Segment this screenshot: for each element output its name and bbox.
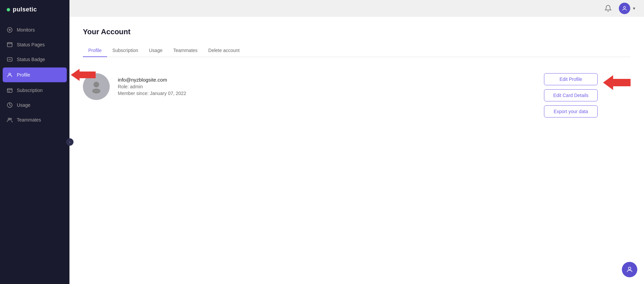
edit-profile-arrow bbox=[603, 75, 631, 90]
topbar-user[interactable]: ▼ bbox=[619, 3, 636, 14]
svg-rect-1 bbox=[7, 43, 12, 47]
profile-icon bbox=[7, 72, 13, 78]
buttons-area: Edit Profile Edit Card Details Export yo… bbox=[544, 73, 631, 117]
usage-label: Usage bbox=[17, 102, 30, 108]
tab-usage[interactable]: Usage bbox=[144, 44, 168, 57]
content-inner: Your Account Profile Subscription Usage … bbox=[69, 17, 644, 284]
svg-point-11 bbox=[94, 82, 99, 87]
teammates-icon bbox=[7, 117, 13, 123]
button-group: Edit Profile Edit Card Details Export yo… bbox=[544, 73, 598, 117]
monitors-label: Monitors bbox=[17, 27, 35, 33]
tabs: Profile Subscription Usage Teammates Del… bbox=[83, 44, 631, 57]
sidebar-toggle[interactable]: ‹ bbox=[66, 138, 73, 146]
subscription-icon bbox=[7, 87, 13, 93]
profile-email: info@nyzblogsite.com bbox=[118, 77, 186, 83]
logo: pulsetic bbox=[0, 0, 69, 19]
logo-dot bbox=[7, 8, 10, 11]
notification-bell[interactable] bbox=[603, 3, 613, 14]
sidebar: pulsetic Monitors Status Pages bbox=[0, 0, 69, 284]
teammates-label: Teammates bbox=[17, 117, 41, 123]
status-pages-icon bbox=[7, 42, 13, 48]
sidebar-item-status-pages[interactable]: Status Pages bbox=[0, 37, 69, 52]
profile-role: Role: admin bbox=[118, 84, 186, 89]
subscription-label: Subscription bbox=[17, 88, 43, 93]
usage-icon bbox=[7, 102, 13, 108]
sidebar-nav: Monitors Status Pages Status Badge bbox=[0, 19, 69, 284]
sidebar-item-usage[interactable]: Usage bbox=[0, 98, 69, 112]
tab-teammates[interactable]: Teammates bbox=[168, 44, 203, 57]
svg-point-6 bbox=[8, 118, 10, 120]
profile-member-since: Member since: January 07, 2022 bbox=[118, 91, 186, 96]
bottom-floating-avatar[interactable] bbox=[622, 262, 637, 277]
edit-card-details-button[interactable]: Edit Card Details bbox=[544, 89, 598, 101]
svg-point-8 bbox=[624, 6, 626, 8]
profile-section: info@nyzblogsite.com Role: admin Member … bbox=[83, 68, 631, 123]
main: ▼ Your Account Profile Subscription Usag… bbox=[69, 0, 644, 284]
tab-delete-account[interactable]: Delete account bbox=[203, 44, 245, 57]
sidebar-item-subscription[interactable]: Subscription bbox=[0, 83, 69, 98]
sidebar-item-monitors[interactable]: Monitors bbox=[0, 22, 69, 37]
svg-point-14 bbox=[628, 267, 631, 270]
content: Your Account Profile Subscription Usage … bbox=[69, 17, 644, 284]
topbar: ▼ bbox=[69, 0, 644, 17]
profile-info: info@nyzblogsite.com Role: admin Member … bbox=[118, 77, 186, 96]
edit-profile-button[interactable]: Edit Profile bbox=[544, 73, 598, 85]
sidebar-item-teammates[interactable]: Teammates bbox=[0, 112, 69, 127]
page-title: Your Account bbox=[83, 28, 631, 36]
profile-left: info@nyzblogsite.com Role: admin Member … bbox=[83, 73, 186, 100]
export-data-button[interactable]: Export your data bbox=[544, 105, 598, 117]
logo-text: pulsetic bbox=[13, 6, 37, 13]
status-pages-label: Status Pages bbox=[17, 42, 45, 47]
sidebar-item-profile[interactable]: Profile bbox=[3, 67, 67, 82]
tab-subscription[interactable]: Subscription bbox=[107, 44, 144, 57]
monitor-icon bbox=[7, 27, 13, 33]
topbar-avatar bbox=[619, 3, 630, 14]
status-badge-icon bbox=[7, 56, 13, 62]
svg-point-7 bbox=[10, 118, 12, 120]
svg-point-3 bbox=[9, 73, 10, 75]
tab-profile[interactable]: Profile bbox=[83, 44, 107, 57]
status-badge-label: Status Badge bbox=[17, 57, 45, 62]
sidebar-item-status-badge[interactable]: Status Badge bbox=[0, 52, 69, 67]
profile-label: Profile bbox=[17, 72, 30, 78]
topbar-chevron: ▼ bbox=[632, 6, 636, 10]
sidebar-arrow bbox=[71, 69, 96, 81]
